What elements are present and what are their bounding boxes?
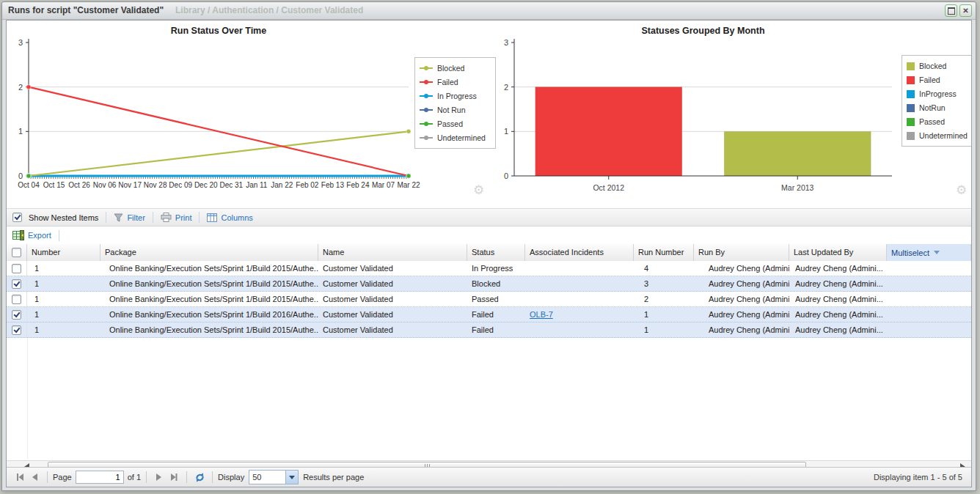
select-dropdown-button[interactable] [285,471,298,484]
first-page-button[interactable] [14,471,26,483]
column-header-number[interactable]: Number [27,244,100,261]
svg-text:Jan 11: Jan 11 [246,181,268,189]
svg-text:Nov 28: Nov 28 [144,181,167,189]
show-nested-items-checkbox[interactable] [12,213,22,222]
cell-run-number: 4 [634,261,694,276]
legend-item: Blocked [420,64,491,73]
chevron-down-icon [289,476,295,479]
cell-last-updated-by: Audrey Cheng (Admini... [789,307,887,322]
footer-separator [146,471,147,483]
cell-last-updated-by: Audrey Cheng (Admini... [789,322,887,337]
legend-label: Not Run [437,106,466,114]
cell-number: 1 [27,307,100,322]
columns-icon [207,213,217,222]
legend-item: Passed [420,119,491,128]
column-header-last-updated-by[interactable]: Last Updated By [789,244,887,261]
legend-dot [424,108,428,112]
legend-dot [424,66,428,70]
cell-run-by: Audrey Cheng (Admini... [694,307,789,322]
paging-toolbar: Page of 1 [7,467,971,487]
column-header-run-number[interactable]: Run Number [634,244,694,261]
cell-associated-incidents [525,322,634,337]
legend-item: In Progress [420,92,491,100]
row-checkbox[interactable] [12,310,21,320]
background-breadcrumb: Library / Authentication / Customer Vali… [175,2,363,19]
legend-item: Undetermined [420,133,491,142]
row-checkbox[interactable] [12,325,21,335]
cell-status: Passed [467,292,525,306]
chart-settings-gear-icon[interactable]: ⚙ [956,183,967,198]
footer-separator [186,471,187,483]
incident-link[interactable]: OLB-7 [530,310,553,319]
legend-line-marker [420,109,433,111]
legend-label: Blocked [919,62,946,70]
screen: Library / Authentication / Customer Vali… [0,0,980,494]
toolbar-separator [153,212,153,223]
legend-item: InProgress [907,89,972,98]
column-header-multiselect[interactable]: Multiselect [887,244,971,261]
legend-line-marker [420,137,433,139]
toolbar-separator [59,230,59,241]
window-controls: ✕ [945,4,972,17]
cell-package: Online Banking/Execution Sets/Sprint 1/B… [100,307,318,322]
display-count-select[interactable]: 50 [249,470,299,484]
grid-toolbar: Show Nested Items Filter Print [7,208,971,226]
close-button[interactable]: ✕ [959,4,972,17]
prev-page-icon [29,472,40,482]
cell-last-updated-by: Audrey Cheng (Admini... [789,292,887,306]
row-checkbox[interactable] [12,264,21,273]
row-checkbox[interactable] [12,295,21,304]
select-all-header-cell[interactable] [7,244,27,261]
svg-text:2: 2 [18,83,23,92]
legend-item: Passed [907,117,972,126]
row-checkbox-cell[interactable] [7,261,27,276]
select-all-checkbox[interactable] [12,248,21,257]
column-header-package[interactable]: Package [100,244,318,261]
results-per-page-label: Results per page [303,473,364,482]
row-checkbox[interactable] [12,279,21,289]
next-page-button[interactable] [153,471,165,483]
prev-page-button[interactable] [29,471,40,483]
cell-multiselect [887,292,971,306]
legend-item: Failed [907,75,972,84]
chart-settings-gear-icon[interactable]: ⚙ [473,183,484,198]
filter-button[interactable]: Filter [114,213,145,222]
legend-item: Undetermined [907,131,972,140]
table-row[interactable]: 1Online Banking/Execution Sets/Sprint 1/… [7,261,971,276]
row-checkbox-cell[interactable] [7,322,27,337]
column-header-run-by[interactable]: Run By [694,244,789,261]
maximize-button[interactable] [945,4,957,17]
export-toolbar: Export [7,226,971,245]
refresh-button[interactable] [194,471,205,483]
column-header-status[interactable]: Status [467,244,525,261]
table-row[interactable]: 1Online Banking/Execution Sets/Sprint 1/… [7,292,971,307]
last-page-button[interactable] [168,471,180,483]
cell-associated-incidents [525,276,634,291]
page-number-input[interactable] [76,471,124,484]
columns-button[interactable]: Columns [207,213,252,222]
cell-last-updated-by: Audrey Cheng (Admini... [789,276,887,291]
table-row[interactable]: 1Online Banking/Execution Sets/Sprint 1/… [7,276,971,292]
legend-label: Undetermined [437,133,486,142]
cell-name: Customer Validated [318,322,467,337]
column-header-name[interactable]: Name [318,244,467,261]
legend-item: Blocked [907,62,972,70]
row-checkbox-cell[interactable] [7,276,27,291]
page-label: Page [53,473,72,482]
export-button[interactable]: Export [12,230,51,240]
column-header-associated-incidents[interactable]: Associated Incidents [525,244,634,261]
svg-text:0: 0 [504,172,508,180]
cell-last-updated-by: Audrey Cheng (Admini... [789,261,887,276]
svg-text:Dec 31: Dec 31 [219,181,243,189]
row-checkbox-cell[interactable] [7,307,27,322]
print-button[interactable]: Print [161,213,192,222]
svg-text:Nov 06: Nov 06 [93,181,117,189]
table-row[interactable]: 1Online Banking/Execution Sets/Sprint 1/… [7,307,971,322]
row-checkbox-cell[interactable] [7,292,27,306]
table-row[interactable]: 1Online Banking/Execution Sets/Sprint 1/… [7,322,971,338]
cell-multiselect [887,276,971,291]
legend-label: Undetermined [919,131,968,140]
svg-text:Mar 2013: Mar 2013 [781,183,814,192]
cell-associated-incidents: OLB-7 [525,307,634,322]
cell-multiselect [887,261,971,276]
